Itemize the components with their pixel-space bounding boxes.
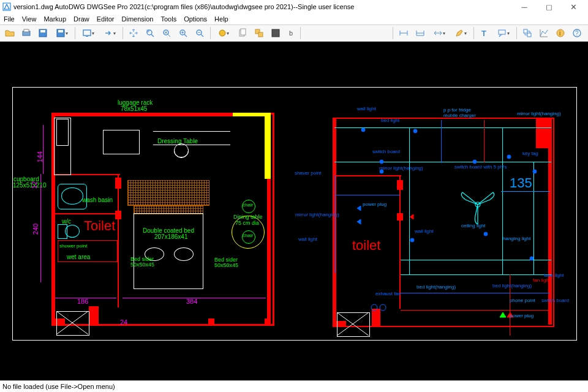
menu-view[interactable]: View bbox=[22, 15, 37, 23]
shaver: shaver point bbox=[295, 170, 322, 176]
layer-text-button[interactable]: b bbox=[285, 26, 297, 40]
svg-point-39 bbox=[371, 304, 377, 311]
svg-rect-16 bbox=[241, 29, 246, 35]
window-title: version1.dwg AutoDWG DWGSee Pro 2021(c:\… bbox=[13, 3, 354, 10]
menu-editor[interactable]: Editor bbox=[97, 15, 115, 23]
titlebar: version1.dwg AutoDWG DWGSee Pro 2021(c:\… bbox=[0, 0, 588, 13]
text-button[interactable]: T bbox=[477, 26, 492, 40]
svg-point-36 bbox=[410, 238, 414, 242]
fanlight: fan light bbox=[533, 277, 550, 283]
svg-point-31 bbox=[380, 160, 383, 164]
mirrorlight2: mirror light(hanging) bbox=[517, 111, 561, 116]
drawing-canvas[interactable]: cupboard 125x51x210 luggage rack 78x51x4… bbox=[0, 42, 588, 380]
power2: power plug bbox=[510, 313, 533, 318]
app-icon bbox=[2, 2, 11, 11]
close-button[interactable]: ✕ bbox=[561, 0, 586, 13]
svg-point-34 bbox=[507, 155, 511, 159]
menu-markup[interactable]: Markup bbox=[43, 15, 66, 23]
arrow-button[interactable]: ▾ bbox=[100, 26, 119, 40]
screen-button[interactable]: ▾ bbox=[78, 26, 98, 40]
dim-12: 12 bbox=[31, 181, 38, 189]
svg-rect-8 bbox=[86, 36, 88, 37]
bedlighthang2: bed light(hanging) bbox=[492, 283, 532, 288]
zoom-window-button[interactable] bbox=[143, 26, 157, 40]
exhaust: exhaust fan bbox=[375, 291, 401, 296]
menu-help[interactable]: Help bbox=[214, 15, 228, 23]
dim-186: 186 bbox=[77, 298, 88, 305]
dim1-button[interactable] bbox=[396, 26, 411, 40]
toilet-label: Toilet bbox=[84, 218, 115, 234]
switchboard2: switch board bbox=[541, 298, 569, 303]
info-button[interactable]: i bbox=[553, 26, 568, 40]
toolbar: ▾ ▾ ▾ ▾ b ▾ ▾ T ▾ i ? bbox=[0, 24, 588, 42]
keytag: key tag bbox=[522, 151, 538, 156]
statusbar: No file loaded (use File->Open menu) bbox=[0, 380, 588, 392]
mirror: mirror light(hanging) bbox=[295, 212, 339, 217]
status-text: No file loaded (use File->Open menu) bbox=[2, 383, 115, 390]
ceiling: ceiling light bbox=[461, 223, 486, 228]
dim2-button[interactable] bbox=[413, 26, 428, 40]
zoom-in-button[interactable] bbox=[176, 26, 190, 40]
dim-24: 24 bbox=[120, 318, 127, 326]
dining-dim: 75 cm dia bbox=[235, 220, 259, 226]
layers-button[interactable] bbox=[252, 26, 266, 40]
dining-label: Dining table bbox=[233, 214, 263, 220]
zoom-out-button[interactable] bbox=[192, 26, 207, 40]
bedsider-l-dim: 50x50x45 bbox=[130, 262, 154, 268]
pan-button[interactable] bbox=[126, 26, 141, 40]
svg-point-29 bbox=[361, 128, 365, 132]
svg-rect-22 bbox=[524, 29, 527, 33]
power: power plug bbox=[363, 202, 386, 207]
menu-options[interactable]: Options bbox=[184, 15, 207, 23]
svg-point-30 bbox=[413, 129, 417, 133]
svg-rect-21 bbox=[499, 30, 505, 34]
copy-button[interactable] bbox=[235, 26, 250, 40]
save-button[interactable] bbox=[36, 26, 50, 40]
tube: tube light bbox=[544, 273, 564, 278]
help-button[interactable]: ? bbox=[570, 26, 584, 40]
svg-point-37 bbox=[484, 232, 488, 236]
svg-point-33 bbox=[473, 160, 477, 164]
svg-rect-23 bbox=[527, 33, 531, 37]
walllight2: wall light bbox=[298, 236, 317, 242]
dim-384: 384 bbox=[186, 298, 197, 305]
convert1-button[interactable] bbox=[520, 26, 535, 40]
menu-dimension[interactable]: Dimension bbox=[122, 15, 154, 23]
saveas-button[interactable]: ▾ bbox=[52, 26, 72, 40]
chair-t-label: chair bbox=[243, 202, 253, 208]
svg-rect-7 bbox=[83, 30, 91, 36]
bedlight-t: bed light bbox=[381, 118, 399, 123]
switchboard: switch board bbox=[372, 149, 400, 154]
menu-file[interactable]: File bbox=[4, 15, 15, 23]
luggage-dim: 78x51x45 bbox=[121, 105, 147, 112]
svg-point-35 bbox=[533, 170, 537, 173]
minimize-button[interactable]: ─ bbox=[512, 0, 537, 13]
svg-rect-6 bbox=[58, 30, 63, 32]
maximize-button[interactable]: ◻ bbox=[537, 0, 561, 13]
open-button[interactable] bbox=[2, 26, 17, 40]
print-button[interactable] bbox=[19, 26, 34, 40]
phone: phone point bbox=[510, 298, 535, 303]
chair-b-label: chair bbox=[243, 233, 253, 238]
convert2-button[interactable] bbox=[537, 26, 551, 40]
dim-144: 144 bbox=[36, 151, 43, 162]
svg-rect-4 bbox=[40, 30, 45, 32]
color-button[interactable]: ▾ bbox=[214, 26, 233, 40]
bed-dim: 207x186x41 bbox=[154, 233, 188, 240]
svg-text:?: ? bbox=[575, 30, 579, 37]
callout-button[interactable]: ▾ bbox=[494, 26, 513, 40]
menubar: File View Markup Draw Editor Dimension T… bbox=[0, 13, 588, 24]
menu-draw[interactable]: Draw bbox=[74, 15, 89, 23]
ppfridge: p p for fridge mobile charger bbox=[443, 107, 476, 118]
menu-tools[interactable]: Tools bbox=[160, 15, 176, 23]
dim3-button[interactable]: ▾ bbox=[429, 26, 449, 40]
mirrorlight: mirror light(hanging) bbox=[379, 165, 423, 171]
dark-rect-button[interactable] bbox=[268, 26, 283, 40]
walllight-t: wall light bbox=[357, 106, 376, 111]
svg-point-9 bbox=[147, 30, 152, 35]
pencil-button[interactable]: ▾ bbox=[451, 26, 470, 40]
bedlighthang: bed light(hanging) bbox=[417, 284, 456, 290]
bedsider-r-dim: 50x50x45 bbox=[214, 262, 238, 268]
zoom-extents-button[interactable] bbox=[159, 26, 174, 40]
cupboard-dim: 125x51x210 bbox=[13, 182, 47, 189]
